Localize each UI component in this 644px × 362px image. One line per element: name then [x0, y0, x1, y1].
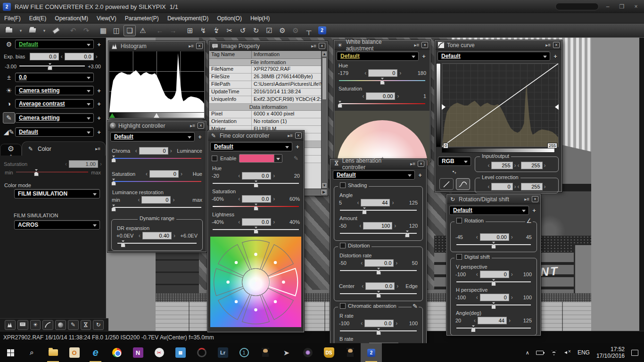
taskbar-onenote-icon[interactable]: N: [127, 343, 149, 362]
io-in-value[interactable]: 255: [491, 162, 513, 169]
color-rep-dropdown[interactable]: Camera setting: [15, 113, 94, 123]
fc-saturation-slider[interactable]: [213, 203, 299, 211]
grid-overlay-icon[interactable]: ⊞: [184, 25, 196, 36]
tab-color[interactable]: ✎ Color ▸≡: [22, 141, 106, 156]
tone-curve-plot[interactable]: 0 255: [442, 63, 559, 147]
distortion-rate-value[interactable]: 0.0: [364, 259, 394, 267]
distortion-center-value[interactable]: 0.0: [365, 282, 395, 290]
taskbar-paint-app-icon[interactable]: ➤: [276, 343, 297, 362]
wb-hue-inc-arrow[interactable]: ›: [399, 70, 401, 76]
saturation-hue-slider[interactable]: [113, 178, 201, 186]
fc-sat-dec-arrow[interactable]: ‹: [238, 196, 240, 202]
v-perspective-inc-arrow[interactable]: ›: [511, 272, 513, 277]
add-point-icon[interactable]: ▪+: [453, 169, 456, 175]
open-folder-alt-icon[interactable]: [26, 25, 39, 36]
exp-bias-value[interactable]: 0.0: [30, 53, 59, 60]
tone-right-marker[interactable]: [555, 104, 559, 110]
color-tab-menu-icon[interactable]: ▸≡: [95, 146, 100, 151]
tone-left-marker[interactable]: [442, 104, 446, 110]
level-low-inc-arrow[interactable]: ›: [514, 184, 516, 189]
sharpness-dropdown[interactable]: Default: [15, 127, 94, 137]
histogram-mid-marker[interactable]: [154, 113, 159, 118]
fine-color-preset-dropdown[interactable]: Default: [210, 142, 292, 151]
angle-deg-slider[interactable]: [456, 325, 531, 332]
wb-menu-icon[interactable]: ▸≡: [414, 42, 419, 48]
restoration-dec-arrow[interactable]: ‹: [138, 197, 140, 203]
target-color-dropdown[interactable]: [239, 154, 282, 163]
fc-light-dec-arrow[interactable]: ‹: [238, 219, 240, 225]
h-perspective-dec-arrow[interactable]: ‹: [476, 295, 478, 300]
tone-add-button[interactable]: +: [552, 52, 559, 60]
fc-lightness-slider[interactable]: [213, 226, 299, 234]
wb-hue-value[interactable]: 0: [368, 69, 397, 77]
shading-amount-dec-arrow[interactable]: ‹: [359, 223, 361, 229]
previous-image-icon[interactable]: ←: [154, 25, 166, 36]
saturation-value[interactable]: 1.00: [69, 160, 98, 168]
image-property-close-icon[interactable]: ×: [319, 43, 325, 49]
fc-light-inc-arrow[interactable]: ›: [273, 219, 275, 225]
contrast-add-button[interactable]: +: [95, 100, 103, 107]
dock-rotation-icon[interactable]: ↻: [93, 320, 104, 330]
scroll-up-icon[interactable]: ▲: [322, 51, 327, 57]
io-in-dec-arrow[interactable]: ‹: [488, 163, 490, 168]
rotation-dec-arrow[interactable]: ‹: [476, 234, 478, 240]
open-folder-dropdown-icon[interactable]: ▾: [16, 25, 25, 36]
taskbar-circle-one-icon[interactable]: 1: [233, 343, 255, 362]
fc-sat-inc-arrow[interactable]: ›: [273, 196, 275, 202]
image-property-title-bar[interactable]: Image Property ▸≡ ×: [209, 41, 327, 51]
apply-parameters-icon[interactable]: ⚙: [289, 25, 302, 36]
redo-icon[interactable]: ↷: [80, 25, 92, 36]
r-rate-inc-arrow[interactable]: ›: [396, 321, 397, 326]
fine-color-add-button[interactable]: +: [294, 143, 301, 150]
curve-mode-button[interactable]: [456, 178, 470, 190]
dr-dec-arrow[interactable]: ‹: [139, 233, 140, 239]
image-property-menu-icon[interactable]: ▸≡: [311, 43, 316, 49]
fine-color-pick-brush-icon[interactable]: ✎: [292, 155, 300, 162]
distortion-center-slider[interactable]: [340, 290, 417, 298]
language-indicator[interactable]: ENG: [578, 349, 590, 356]
adjust-wand-icon[interactable]: ↯: [209, 23, 224, 38]
fc-light-value[interactable]: 0.0: [242, 218, 271, 226]
menu-development[interactable]: Development(D): [163, 13, 213, 23]
exp-bias-dec-arrow[interactable]: ‹: [61, 54, 63, 59]
rotate-right-icon[interactable]: ↻: [250, 25, 262, 36]
open-folder-alt-dropdown-icon[interactable]: ▾: [40, 25, 49, 36]
chroma-value[interactable]: 0: [139, 147, 168, 155]
chroma-inc-arrow[interactable]: ›: [170, 148, 172, 154]
shading-checkbox[interactable]: [340, 182, 346, 188]
highlight-add-button[interactable]: +: [196, 133, 204, 140]
level-high-inc-arrow[interactable]: ›: [544, 184, 546, 189]
hl-saturation-inc-arrow[interactable]: ›: [181, 171, 182, 177]
taskbar-snipping-tool-icon[interactable]: ✂: [149, 343, 170, 362]
hl-saturation-value[interactable]: 0: [149, 170, 179, 178]
shading-amount-value[interactable]: 100: [363, 222, 392, 230]
angle-tool-icon[interactable]: ∠: [525, 217, 533, 224]
action-center-icon[interactable]: [631, 350, 638, 356]
shading-amount-inc-arrow[interactable]: ›: [394, 223, 396, 229]
taskbar-ninja-app-icon[interactable]: [255, 343, 276, 362]
rotation-value[interactable]: 0.00: [480, 233, 509, 241]
warning-display-icon[interactable]: ⚠: [137, 25, 149, 36]
undo-icon[interactable]: ↶: [67, 25, 79, 36]
io-in-inc-arrow[interactable]: ›: [514, 163, 516, 168]
io-out-inc-arrow[interactable]: ›: [544, 163, 546, 168]
lens-menu-icon[interactable]: ▸≡: [410, 161, 415, 166]
enable-checkbox[interactable]: [212, 156, 217, 161]
dock-image-property-icon[interactable]: [17, 320, 28, 330]
rotation-checkbox[interactable]: [456, 218, 462, 223]
r-rate-value[interactable]: 0.0: [364, 320, 394, 327]
h-perspective-inc-arrow[interactable]: ›: [511, 295, 513, 300]
chromatic-checkbox[interactable]: [340, 303, 346, 309]
close-button[interactable]: ×: [631, 3, 641, 10]
tone-close-icon[interactable]: ×: [553, 42, 560, 48]
level-high-dec-arrow[interactable]: ‹: [518, 184, 520, 189]
level-low-dec-arrow[interactable]: ‹: [488, 184, 490, 189]
histogram-close-icon[interactable]: ×: [196, 43, 203, 49]
taskbar-camera-lens-icon[interactable]: [297, 343, 318, 362]
battery-icon[interactable]: [536, 351, 544, 355]
taskbar-chrome-icon[interactable]: [106, 343, 127, 362]
dock-histogram-icon[interactable]: [5, 320, 16, 330]
eraser-icon[interactable]: [50, 25, 62, 36]
v-perspective-slider[interactable]: [456, 279, 531, 286]
wb-sat-inc-arrow[interactable]: ›: [397, 93, 399, 99]
